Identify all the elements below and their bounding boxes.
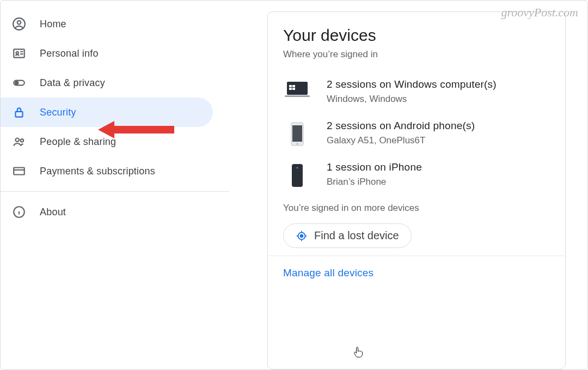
device-sub: Brian’s iPhone [327,177,550,187]
device-title: 2 sessions on Android phone(s) [327,120,550,132]
device-row-iphone[interactable]: 1 session on iPhone Brian’s iPhone [283,154,550,195]
person-circle-icon [11,16,27,32]
svg-point-19 [296,143,298,145]
svg-rect-13 [292,85,295,87]
card-title: Your devices [283,26,550,45]
svg-rect-18 [292,125,302,142]
sidebar-item-personal-info[interactable]: Personal info [1,39,213,68]
sidebar-item-label: About [40,207,66,218]
android-phone-icon [283,120,311,146]
svg-rect-12 [289,85,292,87]
sidebar-item-about[interactable]: About [1,197,213,227]
device-sub: Galaxy A51, OnePlus6T [327,135,550,146]
card-footer: Manage all devices [268,256,565,293]
find-lost-device-button[interactable]: Find a lost device [283,223,412,248]
toggle-icon [11,75,27,90]
people-icon [11,134,27,149]
svg-point-7 [16,138,20,142]
main-area: Your devices Where you’re signed in 2 se… [235,1,587,369]
your-devices-card: Your devices Where you’re signed in 2 se… [267,11,566,369]
device-title: 1 session on iPhone [327,161,550,173]
find-lost-device-label: Find a lost device [314,229,399,242]
svg-rect-9 [14,168,24,175]
sidebar-item-people-sharing[interactable]: People & sharing [1,127,213,156]
windows-laptop-icon [283,78,311,98]
sidebar-divider [1,191,229,192]
sidebar-item-label: Data & privacy [40,77,105,89]
lock-icon [11,105,27,120]
device-title: 2 sessions on Windows computer(s) [327,78,550,90]
svg-point-1 [17,21,21,25]
sidebar-item-data-privacy[interactable]: Data & privacy [1,68,213,98]
iphone-icon [283,161,311,187]
device-row-android[interactable]: 2 sessions on Android phone(s) Galaxy A5… [283,112,550,154]
svg-point-5 [15,81,18,84]
svg-point-23 [301,234,303,237]
more-devices-note: You’re signed in on more devices [283,203,550,214]
card-subtitle: Where you’re signed in [283,49,550,60]
sidebar-item-label: Security [40,107,76,118]
device-row-windows[interactable]: 2 sessions on Windows computer(s) Window… [283,71,550,112]
svg-rect-6 [16,112,23,117]
info-icon [11,204,27,220]
svg-rect-16 [285,95,310,97]
svg-point-8 [21,139,23,142]
sidebar-item-label: People & sharing [40,136,116,148]
sidebar-item-home[interactable]: Home [1,9,213,39]
id-card-icon [11,46,27,61]
sidebar: Home Personal info Data & privacy Securi… [1,1,235,369]
svg-point-21 [297,167,298,168]
credit-card-icon [11,163,27,179]
sidebar-item-label: Personal info [40,48,99,59]
sidebar-item-label: Home [40,19,66,30]
sidebar-item-payments[interactable]: Payments & subscriptions [1,156,213,186]
svg-point-3 [16,52,19,54]
sidebar-item-label: Payments & subscriptions [40,166,155,177]
sidebar-item-security[interactable]: Security [1,98,213,127]
device-sub: Windows, Windows [327,94,550,105]
manage-all-devices-link[interactable]: Manage all devices [283,267,373,278]
target-icon [296,230,308,242]
svg-rect-15 [292,88,295,90]
svg-rect-14 [289,88,292,90]
